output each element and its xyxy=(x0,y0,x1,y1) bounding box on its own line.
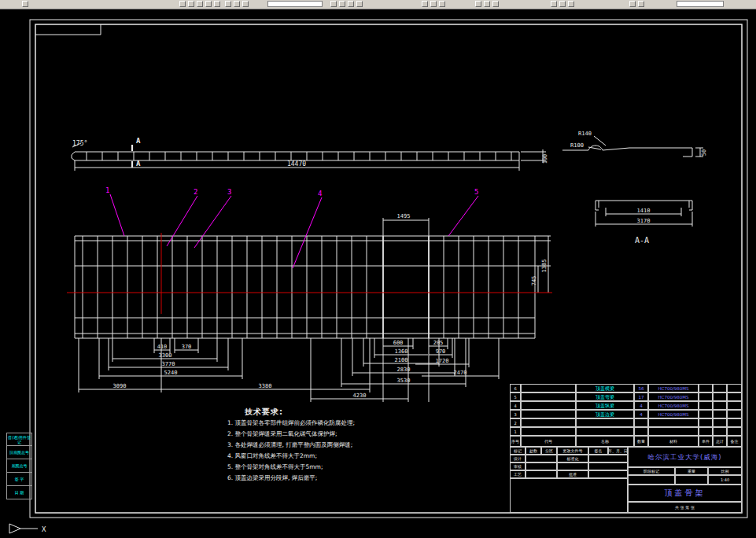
parts-row-cell: 5 xyxy=(510,392,521,401)
toolbar-button[interactable] xyxy=(638,1,644,7)
toolbar-button[interactable] xyxy=(492,1,499,7)
parts-header-qty: 数量 xyxy=(634,436,648,447)
tb-cell-empty xyxy=(588,470,628,478)
parts-row-cell: HC700/980MS xyxy=(648,401,699,410)
toolbar-button[interactable] xyxy=(475,1,481,7)
parts-header-name: 名称 xyxy=(576,436,634,447)
model-space[interactable]: 175°AA14470190R140R1005014103170A-A12345… xyxy=(0,9,756,538)
parts-header-material: 材料 xyxy=(648,436,699,447)
dimension-text: 14470 xyxy=(287,160,306,168)
toolbar-button[interactable] xyxy=(197,1,203,7)
parts-row-cell xyxy=(648,427,699,436)
parts-row-cell xyxy=(727,427,742,436)
cad-window: 175°AA14470190R140R1005014103170A-A12345… xyxy=(0,0,756,538)
parts-row-cell xyxy=(713,392,727,401)
toolbar-field[interactable] xyxy=(677,1,724,7)
toolbar-button[interactable] xyxy=(214,1,220,7)
toolbar-button[interactable] xyxy=(188,1,194,7)
tb-label-approve: 批准 xyxy=(557,470,588,478)
parts-row-cell: 顶盖边梁 xyxy=(576,410,634,418)
toolbar-button[interactable] xyxy=(330,1,337,7)
dimension-text: 2100 xyxy=(395,357,408,363)
parts-row-cell xyxy=(727,392,742,401)
parts-row-cell xyxy=(576,427,634,436)
margin-row: 日 期 xyxy=(6,486,32,499)
tb-cell-empty xyxy=(526,462,557,470)
parts-row-cell xyxy=(699,401,713,410)
toolbar-field[interactable] xyxy=(267,1,323,7)
toolbar xyxy=(0,0,756,9)
tb-label-scale: 比例 xyxy=(708,467,742,475)
tb-cell-empty xyxy=(588,462,628,470)
toolbar-button[interactable] xyxy=(430,1,437,7)
tech-req-line: 2. 整个骨架焊缝采用二氧化碳气体保护焊; xyxy=(227,429,400,440)
parts-row-cell xyxy=(521,392,576,401)
parts-row-cell: 4 xyxy=(634,410,648,418)
parts-header-no: 序号 xyxy=(510,436,521,447)
tb-cell-empty xyxy=(675,475,708,485)
parts-row-cell xyxy=(699,427,713,436)
tb-company: 哈尔滨工业大学(威海) xyxy=(628,447,742,467)
tb-drawing-name: 顶盖骨架 xyxy=(628,485,742,502)
parts-row-cell xyxy=(713,418,727,427)
tech-req-line: 4. 风窗口对角线差不得大于2mm; xyxy=(227,451,400,462)
dimension-text: 5 xyxy=(474,188,478,196)
toolbar-button[interactable] xyxy=(551,1,557,7)
dimension-text: 970 xyxy=(436,348,446,355)
parts-header-total: 总计 xyxy=(713,436,727,447)
toolbar-button[interactable] xyxy=(179,1,186,7)
dimension-text: 600 xyxy=(393,340,404,346)
parts-row-cell: 2 xyxy=(510,418,521,427)
dimension-text: 1410 xyxy=(637,208,651,214)
tb-cell-empty xyxy=(588,455,628,462)
drawing-line xyxy=(594,136,606,146)
toolbar-button[interactable] xyxy=(439,1,445,7)
margin-table: 借(通)用件登记 旧底图总号 底图总号 签 字 日 期 xyxy=(6,433,32,499)
tb-cell-empty xyxy=(526,470,557,478)
toolbar-button[interactable] xyxy=(568,1,574,7)
dimension-text: 410 xyxy=(157,344,168,350)
parts-row-cell: 1 xyxy=(510,427,521,436)
parts-header-code: 代号 xyxy=(521,436,576,447)
tb-label-changedoc: 更改文件号 xyxy=(557,447,588,455)
parts-row-cell xyxy=(727,418,742,427)
dimension-text: 3530 xyxy=(397,378,411,384)
margin-row: 旧底图总号 xyxy=(6,446,32,459)
parts-row-cell xyxy=(699,418,713,427)
toolbar-button[interactable] xyxy=(484,1,490,7)
dimension-text: 2470 xyxy=(454,370,467,376)
toolbar-button[interactable] xyxy=(339,1,345,7)
parts-header-note: 备注 xyxy=(727,436,742,447)
toolbar-button[interactable] xyxy=(422,1,428,7)
toolbar-button[interactable] xyxy=(205,1,212,7)
tb-sheet-info: 共 张 第 张 xyxy=(628,502,742,513)
parts-row-cell xyxy=(713,427,727,436)
dimension-text: 190 xyxy=(542,154,548,164)
tb-cell-empty xyxy=(628,475,675,485)
parts-row-cell xyxy=(521,384,576,392)
dimension-text: 4 xyxy=(318,190,322,197)
toolbar-button[interactable] xyxy=(348,1,354,7)
parts-row-cell: HC700/980MS xyxy=(648,410,699,418)
tb-cell-empty xyxy=(526,455,557,462)
toolbar-button[interactable] xyxy=(559,1,566,7)
parts-row-cell: 顶盖横梁 xyxy=(576,384,634,392)
parts-row-cell xyxy=(521,427,576,436)
parts-row-cell xyxy=(576,418,634,427)
parts-header-unit: 单件 xyxy=(699,436,713,447)
dimension-text: 3090 xyxy=(113,383,127,389)
ucs-icon xyxy=(9,524,20,533)
toolbar-button[interactable] xyxy=(234,1,240,7)
drawing-line xyxy=(588,147,601,149)
dimension-text: 745 xyxy=(531,276,537,286)
parts-row-cell xyxy=(521,410,576,418)
toolbar-button[interactable] xyxy=(22,1,28,7)
toolbar-button[interactable] xyxy=(356,1,363,7)
toolbar-button[interactable] xyxy=(629,1,636,7)
parts-row-cell xyxy=(699,410,713,418)
tb-label-zone: 分区 xyxy=(541,447,557,455)
toolbar-button[interactable] xyxy=(225,1,231,7)
tb-label-design: 设计 xyxy=(510,455,526,462)
toolbar-button[interactable] xyxy=(242,1,249,7)
tech-req-line: 1. 顶盖骨架各零部件组焊前必须作磷化防腐处理; xyxy=(227,418,400,429)
